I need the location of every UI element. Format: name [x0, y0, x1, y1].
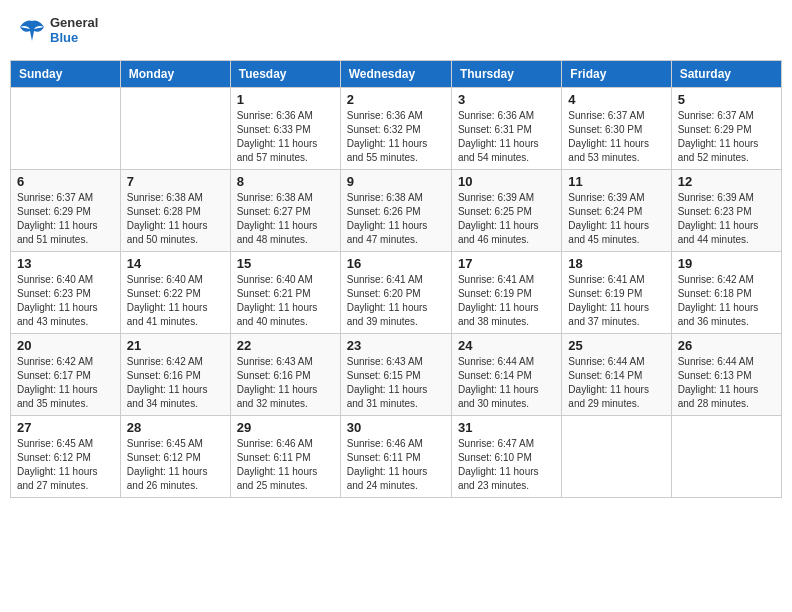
logo: General Blue: [18, 16, 98, 46]
calendar-day-cell: 17Sunrise: 6:41 AM Sunset: 6:19 PM Dayli…: [451, 251, 561, 333]
day-info: Sunrise: 6:40 AM Sunset: 6:21 PM Dayligh…: [237, 273, 334, 329]
calendar-day-cell: 19Sunrise: 6:42 AM Sunset: 6:18 PM Dayli…: [671, 251, 781, 333]
day-number: 22: [237, 338, 334, 353]
calendar-day-cell: 27Sunrise: 6:45 AM Sunset: 6:12 PM Dayli…: [11, 415, 121, 497]
day-number: 3: [458, 92, 555, 107]
day-info: Sunrise: 6:43 AM Sunset: 6:15 PM Dayligh…: [347, 355, 445, 411]
calendar-day-cell: [671, 415, 781, 497]
day-info: Sunrise: 6:42 AM Sunset: 6:18 PM Dayligh…: [678, 273, 775, 329]
day-info: Sunrise: 6:45 AM Sunset: 6:12 PM Dayligh…: [127, 437, 224, 493]
day-info: Sunrise: 6:46 AM Sunset: 6:11 PM Dayligh…: [347, 437, 445, 493]
day-number: 15: [237, 256, 334, 271]
logo-text-general: General: [50, 16, 98, 31]
calendar-week-row: 13Sunrise: 6:40 AM Sunset: 6:23 PM Dayli…: [11, 251, 782, 333]
day-info: Sunrise: 6:37 AM Sunset: 6:29 PM Dayligh…: [678, 109, 775, 165]
day-info: Sunrise: 6:37 AM Sunset: 6:30 PM Dayligh…: [568, 109, 664, 165]
calendar-day-cell: [120, 87, 230, 169]
day-info: Sunrise: 6:37 AM Sunset: 6:29 PM Dayligh…: [17, 191, 114, 247]
day-info: Sunrise: 6:39 AM Sunset: 6:25 PM Dayligh…: [458, 191, 555, 247]
day-info: Sunrise: 6:41 AM Sunset: 6:20 PM Dayligh…: [347, 273, 445, 329]
day-info: Sunrise: 6:41 AM Sunset: 6:19 PM Dayligh…: [458, 273, 555, 329]
page-header: General Blue: [10, 10, 782, 52]
calendar-day-cell: 4Sunrise: 6:37 AM Sunset: 6:30 PM Daylig…: [562, 87, 671, 169]
calendar-day-cell: 22Sunrise: 6:43 AM Sunset: 6:16 PM Dayli…: [230, 333, 340, 415]
logo-bird-icon: [18, 17, 46, 45]
day-info: Sunrise: 6:44 AM Sunset: 6:14 PM Dayligh…: [458, 355, 555, 411]
calendar-week-row: 6Sunrise: 6:37 AM Sunset: 6:29 PM Daylig…: [11, 169, 782, 251]
day-info: Sunrise: 6:39 AM Sunset: 6:24 PM Dayligh…: [568, 191, 664, 247]
calendar-body: 1Sunrise: 6:36 AM Sunset: 6:33 PM Daylig…: [11, 87, 782, 497]
day-number: 14: [127, 256, 224, 271]
calendar-day-cell: 21Sunrise: 6:42 AM Sunset: 6:16 PM Dayli…: [120, 333, 230, 415]
calendar-day-cell: 1Sunrise: 6:36 AM Sunset: 6:33 PM Daylig…: [230, 87, 340, 169]
day-info: Sunrise: 6:36 AM Sunset: 6:31 PM Dayligh…: [458, 109, 555, 165]
calendar-day-cell: 9Sunrise: 6:38 AM Sunset: 6:26 PM Daylig…: [340, 169, 451, 251]
calendar-day-cell: 20Sunrise: 6:42 AM Sunset: 6:17 PM Dayli…: [11, 333, 121, 415]
day-info: Sunrise: 6:38 AM Sunset: 6:26 PM Dayligh…: [347, 191, 445, 247]
day-number: 9: [347, 174, 445, 189]
day-number: 16: [347, 256, 445, 271]
day-number: 11: [568, 174, 664, 189]
day-info: Sunrise: 6:44 AM Sunset: 6:13 PM Dayligh…: [678, 355, 775, 411]
day-number: 6: [17, 174, 114, 189]
day-number: 30: [347, 420, 445, 435]
calendar-week-row: 27Sunrise: 6:45 AM Sunset: 6:12 PM Dayli…: [11, 415, 782, 497]
day-number: 25: [568, 338, 664, 353]
calendar-day-cell: 26Sunrise: 6:44 AM Sunset: 6:13 PM Dayli…: [671, 333, 781, 415]
day-number: 27: [17, 420, 114, 435]
calendar-table: SundayMondayTuesdayWednesdayThursdayFrid…: [10, 60, 782, 498]
calendar-day-cell: 16Sunrise: 6:41 AM Sunset: 6:20 PM Dayli…: [340, 251, 451, 333]
calendar-week-row: 20Sunrise: 6:42 AM Sunset: 6:17 PM Dayli…: [11, 333, 782, 415]
logo-text-blue: Blue: [50, 31, 98, 46]
day-number: 18: [568, 256, 664, 271]
calendar-day-cell: 13Sunrise: 6:40 AM Sunset: 6:23 PM Dayli…: [11, 251, 121, 333]
calendar-day-cell: 24Sunrise: 6:44 AM Sunset: 6:14 PM Dayli…: [451, 333, 561, 415]
day-number: 1: [237, 92, 334, 107]
weekday-header-cell: Sunday: [11, 60, 121, 87]
day-number: 12: [678, 174, 775, 189]
calendar-day-cell: 25Sunrise: 6:44 AM Sunset: 6:14 PM Dayli…: [562, 333, 671, 415]
calendar-day-cell: 30Sunrise: 6:46 AM Sunset: 6:11 PM Dayli…: [340, 415, 451, 497]
day-number: 21: [127, 338, 224, 353]
weekday-header-cell: Thursday: [451, 60, 561, 87]
day-number: 19: [678, 256, 775, 271]
weekday-header-cell: Friday: [562, 60, 671, 87]
calendar-day-cell: 29Sunrise: 6:46 AM Sunset: 6:11 PM Dayli…: [230, 415, 340, 497]
day-info: Sunrise: 6:43 AM Sunset: 6:16 PM Dayligh…: [237, 355, 334, 411]
day-number: 20: [17, 338, 114, 353]
calendar-day-cell: 28Sunrise: 6:45 AM Sunset: 6:12 PM Dayli…: [120, 415, 230, 497]
day-number: 4: [568, 92, 664, 107]
day-number: 17: [458, 256, 555, 271]
day-info: Sunrise: 6:38 AM Sunset: 6:28 PM Dayligh…: [127, 191, 224, 247]
calendar-day-cell: 7Sunrise: 6:38 AM Sunset: 6:28 PM Daylig…: [120, 169, 230, 251]
day-number: 24: [458, 338, 555, 353]
day-info: Sunrise: 6:44 AM Sunset: 6:14 PM Dayligh…: [568, 355, 664, 411]
logo-container: General Blue: [18, 16, 98, 46]
calendar-day-cell: 12Sunrise: 6:39 AM Sunset: 6:23 PM Dayli…: [671, 169, 781, 251]
day-number: 5: [678, 92, 775, 107]
day-number: 8: [237, 174, 334, 189]
calendar-day-cell: [11, 87, 121, 169]
day-number: 7: [127, 174, 224, 189]
day-info: Sunrise: 6:45 AM Sunset: 6:12 PM Dayligh…: [17, 437, 114, 493]
calendar-day-cell: [562, 415, 671, 497]
weekday-header-cell: Tuesday: [230, 60, 340, 87]
calendar-week-row: 1Sunrise: 6:36 AM Sunset: 6:33 PM Daylig…: [11, 87, 782, 169]
day-info: Sunrise: 6:40 AM Sunset: 6:22 PM Dayligh…: [127, 273, 224, 329]
day-number: 23: [347, 338, 445, 353]
day-info: Sunrise: 6:36 AM Sunset: 6:32 PM Dayligh…: [347, 109, 445, 165]
day-info: Sunrise: 6:36 AM Sunset: 6:33 PM Dayligh…: [237, 109, 334, 165]
day-info: Sunrise: 6:41 AM Sunset: 6:19 PM Dayligh…: [568, 273, 664, 329]
calendar-day-cell: 2Sunrise: 6:36 AM Sunset: 6:32 PM Daylig…: [340, 87, 451, 169]
day-number: 31: [458, 420, 555, 435]
day-number: 26: [678, 338, 775, 353]
calendar-day-cell: 6Sunrise: 6:37 AM Sunset: 6:29 PM Daylig…: [11, 169, 121, 251]
weekday-header-cell: Wednesday: [340, 60, 451, 87]
calendar-day-cell: 18Sunrise: 6:41 AM Sunset: 6:19 PM Dayli…: [562, 251, 671, 333]
calendar-day-cell: 5Sunrise: 6:37 AM Sunset: 6:29 PM Daylig…: [671, 87, 781, 169]
day-number: 28: [127, 420, 224, 435]
calendar-day-cell: 8Sunrise: 6:38 AM Sunset: 6:27 PM Daylig…: [230, 169, 340, 251]
day-info: Sunrise: 6:42 AM Sunset: 6:16 PM Dayligh…: [127, 355, 224, 411]
day-info: Sunrise: 6:46 AM Sunset: 6:11 PM Dayligh…: [237, 437, 334, 493]
day-number: 29: [237, 420, 334, 435]
